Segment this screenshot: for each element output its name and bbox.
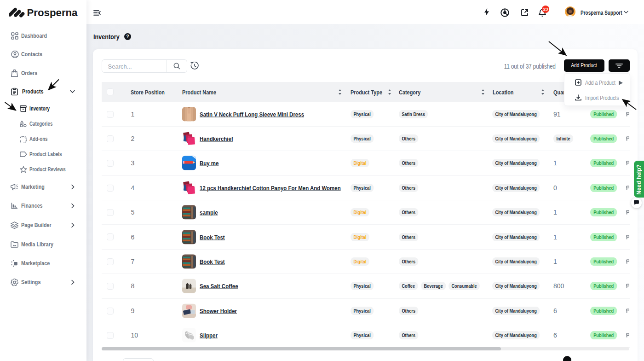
svg-text:Prosperna: Prosperna xyxy=(27,7,78,18)
